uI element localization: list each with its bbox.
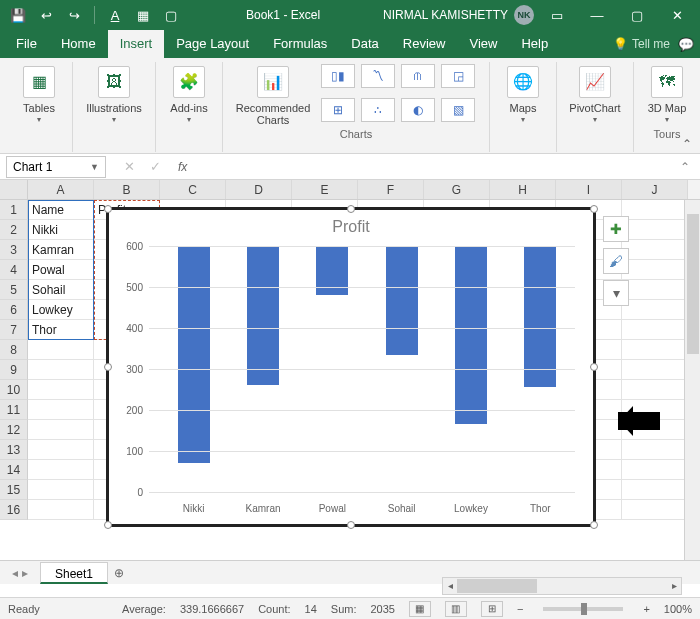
maximize-button[interactable]: ▢ (620, 0, 654, 30)
cell[interactable] (28, 360, 94, 380)
scroll-right-icon[interactable]: ▸ (667, 578, 681, 594)
zoom-knob[interactable] (581, 603, 587, 615)
cell[interactable]: Sohail (28, 280, 94, 300)
cell[interactable] (28, 380, 94, 400)
chart-title[interactable]: Profit (109, 210, 593, 240)
row-header[interactable]: 9 (0, 360, 28, 380)
page-layout-view-button[interactable]: ▥ (445, 601, 467, 617)
col-B[interactable]: B (94, 180, 160, 199)
chart-styles-button[interactable]: 🖌 (603, 248, 629, 274)
redo-button[interactable]: ↪ (62, 4, 86, 26)
tab-data[interactable]: Data (339, 30, 390, 58)
borders-icon[interactable]: ▦ (131, 4, 155, 26)
bar[interactable] (524, 246, 556, 387)
zoom-in-button[interactable]: + (643, 603, 649, 615)
row-header[interactable]: 2 (0, 220, 28, 240)
cell[interactable] (622, 360, 688, 380)
col-F[interactable]: F (358, 180, 424, 199)
cell[interactable]: Nikki (28, 220, 94, 240)
cell[interactable]: Name (28, 200, 94, 220)
chart-elements-button[interactable]: ✚ (603, 216, 629, 242)
tab-insert[interactable]: Insert (108, 30, 165, 58)
close-button[interactable]: ✕ (660, 0, 694, 30)
illustrations-button[interactable]: 🖼 Illustrations ▾ (81, 64, 147, 126)
tab-view[interactable]: View (457, 30, 509, 58)
surface-chart-icon[interactable]: ▧ (441, 98, 475, 122)
cell[interactable] (622, 300, 688, 320)
tab-help[interactable]: Help (509, 30, 560, 58)
col-C[interactable]: C (160, 180, 226, 199)
col-J[interactable]: J (622, 180, 688, 199)
col-I[interactable]: I (556, 180, 622, 199)
row-header[interactable]: 15 (0, 480, 28, 500)
cancel-formula-icon[interactable]: ✕ (120, 159, 138, 174)
3dmap-button[interactable]: 🗺 3D Map ▾ (642, 64, 692, 126)
pivotchart-button[interactable]: 📈 PivotChart ▾ (565, 64, 625, 126)
cell[interactable]: Lowkey (28, 300, 94, 320)
col-H[interactable]: H (490, 180, 556, 199)
row-header[interactable]: 12 (0, 420, 28, 440)
cell[interactable] (622, 440, 688, 460)
scroll-thumb[interactable] (687, 214, 699, 354)
bar[interactable] (386, 246, 418, 355)
col-A[interactable]: A (28, 180, 94, 199)
fill-color-icon[interactable]: ▢ (159, 4, 183, 26)
plot-area[interactable]: NikkiKamranPowalSohailLowkeyThor 0100200… (149, 246, 575, 492)
col-D[interactable]: D (226, 180, 292, 199)
zoom-slider[interactable] (543, 607, 623, 611)
hierarchy-chart-icon[interactable]: ◲ (441, 64, 475, 88)
row-header[interactable]: 16 (0, 500, 28, 520)
maps-button[interactable]: 🌐 Maps ▾ (498, 64, 548, 126)
tab-formulas[interactable]: Formulas (261, 30, 339, 58)
col-E[interactable]: E (292, 180, 358, 199)
row-header[interactable]: 4 (0, 260, 28, 280)
minimize-button[interactable]: — (580, 0, 614, 30)
vertical-scrollbar[interactable] (684, 200, 700, 560)
sheet-nav[interactable]: ◂ ▸ (0, 566, 40, 580)
collapse-ribbon-icon[interactable]: ⌃ (682, 137, 692, 151)
embedded-chart[interactable]: Profit NikkiKamranPowalSohailLowkeyThor … (106, 207, 596, 527)
cell[interactable] (28, 440, 94, 460)
addins-button[interactable]: 🧩 Add-ins ▾ (164, 64, 214, 126)
new-sheet-button[interactable]: ⊕ (108, 566, 130, 580)
cell[interactable] (622, 480, 688, 500)
fx-icon[interactable]: fx (172, 160, 187, 174)
recommended-charts-button[interactable]: 📊 Recommended Charts (231, 64, 315, 126)
zoom-value[interactable]: 100% (664, 603, 692, 615)
formula-input[interactable] (193, 160, 670, 174)
select-all-triangle[interactable] (0, 180, 28, 199)
normal-view-button[interactable]: ▦ (409, 601, 431, 617)
cell[interactable]: Kamran (28, 240, 94, 260)
cell[interactable]: Powal (28, 260, 94, 280)
row-header[interactable]: 1 (0, 200, 28, 220)
combo-chart-icon[interactable]: ⫙ (401, 64, 435, 88)
row-header[interactable]: 5 (0, 280, 28, 300)
page-break-view-button[interactable]: ⊞ (481, 601, 503, 617)
cell[interactable] (28, 400, 94, 420)
row-header[interactable]: 3 (0, 240, 28, 260)
cell[interactable]: Thor (28, 320, 94, 340)
row-header[interactable]: 13 (0, 440, 28, 460)
row-header[interactable]: 11 (0, 400, 28, 420)
scroll-left-icon[interactable]: ◂ (443, 578, 457, 594)
cell[interactable] (622, 460, 688, 480)
tab-review[interactable]: Review (391, 30, 458, 58)
tell-me[interactable]: 💡 Tell me (613, 37, 670, 51)
user-avatar[interactable]: NK (514, 5, 534, 25)
line-chart-icon[interactable]: 〽 (361, 64, 395, 88)
zoom-out-button[interactable]: − (517, 603, 523, 615)
cell[interactable] (622, 200, 688, 220)
cell[interactable] (622, 280, 688, 300)
bar[interactable] (247, 246, 279, 385)
cell[interactable] (28, 460, 94, 480)
cell[interactable] (622, 380, 688, 400)
cell[interactable] (28, 500, 94, 520)
col-G[interactable]: G (424, 180, 490, 199)
horizontal-scrollbar[interactable]: ◂ ▸ (442, 577, 682, 595)
tab-home[interactable]: Home (49, 30, 108, 58)
chart-filter-button[interactable]: ▾ (603, 280, 629, 306)
tab-page-layout[interactable]: Page Layout (164, 30, 261, 58)
cell[interactable] (622, 220, 688, 240)
ribbon-display-icon[interactable]: ▭ (540, 0, 574, 30)
enter-formula-icon[interactable]: ✓ (146, 159, 164, 174)
